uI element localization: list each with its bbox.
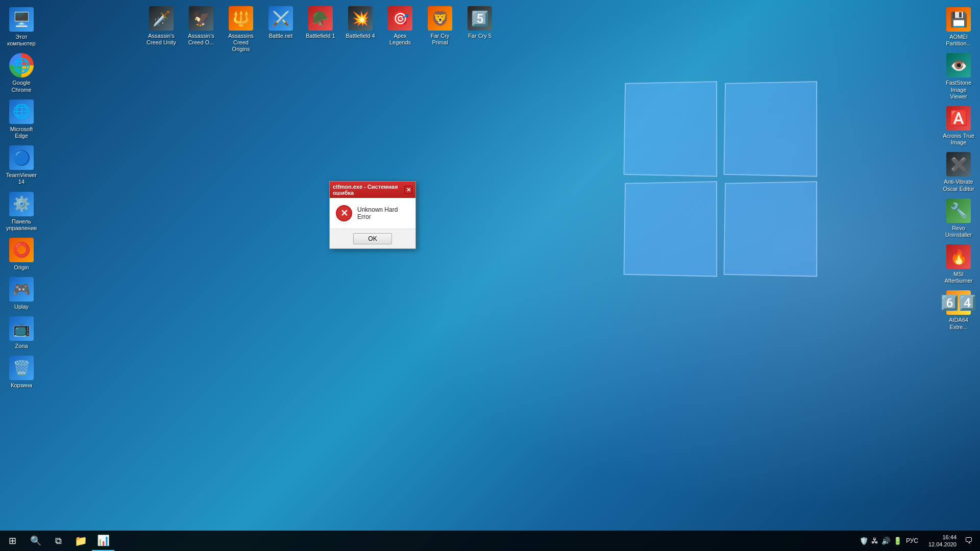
battlefield4-icon: 💥 xyxy=(348,6,373,31)
taskbar-office[interactable]: 📊 xyxy=(92,531,114,551)
error-titlebar: ctfmon.exe - Системная ошибка ✕ xyxy=(330,182,415,198)
desktop-icon-asscreed-origins[interactable]: 🔱 AssassinsCreed Origins xyxy=(223,4,259,55)
desktop-icon-uplay[interactable]: 🎮 Uplay xyxy=(3,275,40,312)
zona-label: Zona xyxy=(15,343,28,349)
asscreed-o-icon: 🦅 xyxy=(189,6,213,31)
aomei-icon: 💾 xyxy=(946,7,971,32)
aida64-label: AIDA64Extre... xyxy=(949,317,968,330)
desktop-icons-left: 🖥️ Этоткомпьютер 🌐 GoogleChrome 🌐 Micros… xyxy=(3,5,40,391)
task-view-button[interactable]: ⧉ xyxy=(47,531,69,551)
desktop-icon-asscreed-unity[interactable]: 🗡️ Assassin'sCreed Unity xyxy=(143,4,180,55)
desktop-icon-battlefield4[interactable]: 💥 Battlefield 4 xyxy=(342,4,379,55)
logo-pane-4 xyxy=(723,181,817,277)
desktop-icon-aida64[interactable]: 6️⃣4️⃣ AIDA64Extre... xyxy=(940,288,977,332)
desktop-icon-msi-afterburner[interactable]: 🔥 MSIAfterburner xyxy=(940,242,977,286)
battlenet-icon: ⚔️ xyxy=(268,6,293,31)
zona-icon: 📺 xyxy=(9,316,34,341)
teamviewer-icon: 🔵 xyxy=(9,145,34,170)
acronis-label: Acronis TrueImage xyxy=(943,133,974,146)
desktop-icon-recycle[interactable]: 🗑️ Корзина xyxy=(3,354,40,391)
desktop-icon-battlenet[interactable]: ⚔️ Battle.net xyxy=(262,4,299,55)
desktop-icon-zona[interactable]: 📺 Zona xyxy=(3,314,40,352)
farcryprimal-label: Far CryPrimal xyxy=(431,33,450,46)
google-chrome-label: GoogleChrome xyxy=(11,80,31,93)
error-body: ✕ Unknown Hard Error xyxy=(330,198,415,229)
desktop-icon-asscreed-o[interactable]: 🦅 Assassin'sCreed O... xyxy=(183,4,219,55)
battlefield1-icon: 🪖 xyxy=(308,6,333,31)
asscreed-o-label: Assassin'sCreed O... xyxy=(188,33,214,46)
search-button[interactable]: 🔍 xyxy=(24,531,47,551)
ms-edge-icon: 🌐 xyxy=(9,99,34,124)
error-title: ctfmon.exe - Системная ошибка xyxy=(333,184,404,196)
desktop-icon-control-panel[interactable]: ⚙️ Панельуправления xyxy=(3,190,40,234)
recycle-icon: 🗑️ xyxy=(9,356,34,380)
desktop-icon-this-computer[interactable]: 🖥️ Этоткомпьютер xyxy=(3,5,40,49)
origin-icon: ⭕ xyxy=(9,238,34,262)
logo-pane-3 xyxy=(623,181,717,277)
error-ok-button[interactable]: OK xyxy=(353,233,391,244)
desktop-icon-revo[interactable]: 🔧 RevoUninstaller xyxy=(940,196,977,240)
desktop-icon-ms-edge[interactable]: 🌐 MicrosoftEdge xyxy=(3,97,40,141)
desktop-icon-faststone[interactable]: 👁️ FastStoneImage Viewer xyxy=(940,51,977,102)
taskbar-pinned-items: 📁 📊 xyxy=(69,531,114,551)
desktop-icons-top: 🗡️ Assassin'sCreed Unity 🦅 Assassin'sCre… xyxy=(143,4,498,55)
language-indicator[interactable]: РУС xyxy=(904,537,920,544)
acronis-icon: 🅰️ xyxy=(946,106,971,131)
asscreed-origins-label: AssassinsCreed Origins xyxy=(225,33,257,53)
battery-tray-icon: 🔋 xyxy=(893,537,902,545)
taskbar-explorer[interactable]: 📁 xyxy=(69,531,92,551)
antivibrate-label: Anti-VibrateOscar Editor xyxy=(943,179,974,192)
msi-afterburner-label: MSIAfterburner xyxy=(944,271,972,284)
desktop-icon-antivibrate[interactable]: ✖️ Anti-VibrateOscar Editor xyxy=(940,150,977,194)
control-panel-label: Панельуправления xyxy=(6,218,37,232)
error-close-button[interactable]: ✕ xyxy=(404,186,412,194)
error-icon: ✕ xyxy=(336,205,352,221)
search-icon: 🔍 xyxy=(30,535,41,546)
desktop-icon-acronis[interactable]: 🅰️ Acronis TrueImage xyxy=(940,104,977,148)
uplay-label: Uplay xyxy=(14,304,29,310)
logo-pane-2 xyxy=(723,81,817,177)
faststone-icon: 👁️ xyxy=(946,53,971,78)
shield-tray-icon: 🛡️ xyxy=(860,537,868,545)
desktop-icon-teamviewer[interactable]: 🔵 TeamViewer14 xyxy=(3,143,40,187)
recycle-label: Корзина xyxy=(11,382,32,389)
start-icon: ⊞ xyxy=(9,535,16,546)
clock[interactable]: 16:44 12.04.2020 xyxy=(925,534,960,548)
desktop-icon-farcry5[interactable]: 5️⃣ Far Cry 5 xyxy=(461,4,498,55)
farcry5-icon: 5️⃣ xyxy=(468,6,492,31)
volume-tray-icon: 🔊 xyxy=(881,537,890,545)
desktop-icon-google-chrome[interactable]: 🌐 GoogleChrome xyxy=(3,51,40,95)
this-computer-label: Этоткомпьютер xyxy=(7,34,35,47)
logo-pane-1 xyxy=(623,81,717,177)
this-computer-icon: 🖥️ xyxy=(9,7,34,32)
error-footer: OK xyxy=(330,229,415,248)
asscreed-unity-label: Assassin'sCreed Unity xyxy=(146,33,176,46)
apex-label: ApexLegends xyxy=(389,33,411,46)
tray-icons: 🛡️ 🖧 🔊 🔋 xyxy=(860,537,902,545)
desktop: 🗡️ Assassin'sCreed Unity 🦅 Assassin'sCre… xyxy=(0,0,980,551)
taskbar-tray: 🛡️ 🖧 🔊 🔋 РУС 16:44 12.04.2020 🗨 xyxy=(860,534,980,548)
battlenet-label: Battle.net xyxy=(269,33,292,39)
uplay-icon: 🎮 xyxy=(9,277,34,302)
aomei-label: AOMEIPartition... xyxy=(946,34,971,47)
desktop-icons-right: 💾 AOMEIPartition... 👁️ FastStoneImage Vi… xyxy=(940,5,977,333)
desktop-icon-apex[interactable]: 🎯 ApexLegends xyxy=(382,4,419,55)
start-button[interactable]: ⊞ xyxy=(0,531,24,551)
desktop-icon-aomei[interactable]: 💾 AOMEIPartition... xyxy=(940,5,977,49)
control-panel-icon: ⚙️ xyxy=(9,192,34,216)
origin-label: Origin xyxy=(14,264,29,271)
taskbar: ⊞ 🔍 ⧉ 📁 📊 🛡️ 🖧 🔊 🔋 РУС 16:44 xyxy=(0,531,980,551)
faststone-label: FastStoneImage Viewer xyxy=(942,80,975,100)
notification-button[interactable]: 🗨 xyxy=(962,535,976,546)
network-tray-icon: 🖧 xyxy=(871,537,878,545)
desktop-icon-battlefield1[interactable]: 🪖 Battlefield 1 xyxy=(302,4,339,55)
desktop-icon-farcryprimal[interactable]: 🦁 Far CryPrimal xyxy=(422,4,458,55)
windows-logo xyxy=(623,82,817,276)
farcry5-label: Far Cry 5 xyxy=(468,33,492,39)
ms-edge-label: MicrosoftEdge xyxy=(10,126,33,139)
apex-icon: 🎯 xyxy=(388,6,412,31)
asscreed-origins-icon: 🔱 xyxy=(229,6,253,31)
google-chrome-icon: 🌐 xyxy=(9,53,34,78)
date-display: 12.04.2020 xyxy=(928,541,957,548)
desktop-icon-origin[interactable]: ⭕ Origin xyxy=(3,236,40,273)
